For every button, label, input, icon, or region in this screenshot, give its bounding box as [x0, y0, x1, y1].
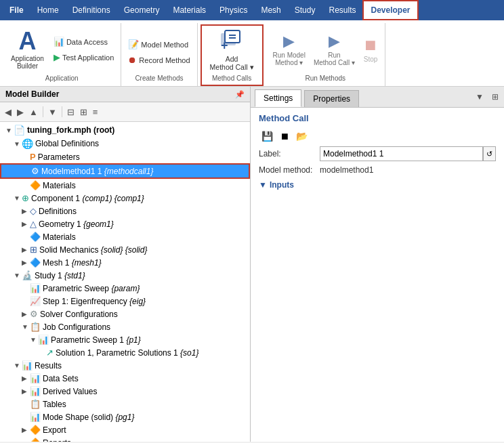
svg-text:+: +	[221, 39, 228, 52]
right-panel: Settings Properties ▼ ⊞ Method Call 💾 ⏹ …	[251, 87, 504, 442]
menu-geometry[interactable]: Geometry	[117, 0, 167, 20]
run-model-method-button[interactable]: ▶ Run ModelMethod ▾	[270, 26, 308, 72]
tables-label: Tables	[43, 400, 66, 409]
tree-item-mesh1[interactable]: ▶ 🔷 Mesh 1 {mesh1}	[0, 256, 250, 269]
record-method-button[interactable]: ⏺ Record Method	[125, 54, 192, 66]
tree-menu-button[interactable]: ▼	[46, 106, 59, 119]
settings-tab[interactable]: Settings	[255, 89, 301, 107]
study1-toggle[interactable]: ▼	[14, 272, 22, 279]
tree-item-eigenfreq[interactable]: 📈 Step 1: Eigenfrequency {eig}	[0, 295, 250, 308]
materials-global-label: Materials	[43, 181, 76, 190]
collapse-all-button[interactable]: ⊟	[65, 106, 77, 119]
app-builder-button[interactable]: A ApplicationBuilder	[7, 26, 48, 72]
data-access-icon: 📊	[54, 37, 64, 47]
data-access-button[interactable]: 📊 Data Access	[51, 35, 117, 48]
menu-definitions[interactable]: Definitions	[66, 0, 117, 20]
global-defs-label: Global Definitions	[35, 139, 99, 148]
tree-root[interactable]: ▼ 📄 tuning_fork.mph (root)	[0, 123, 250, 137]
derived-values-icon: 📊	[30, 386, 41, 396]
tree-item-param-sweep[interactable]: 📊 Parametric Sweep {param}	[0, 282, 250, 295]
tree-item-materials[interactable]: 🔷 Materials	[0, 230, 250, 243]
tree-item-component1[interactable]: ▼ ⊕ Component 1 (comp1) {comp1}	[0, 192, 250, 205]
back-button[interactable]: ◀	[3, 106, 14, 119]
tree-item-global-defs[interactable]: ▼ 🌐 Global Definitions	[0, 137, 250, 150]
menu-materials[interactable]: Materials	[166, 0, 213, 20]
method-call-toolbar: 💾 ⏹ 📂	[259, 129, 496, 144]
more-button[interactable]: ≡	[91, 106, 100, 119]
model-builder-header: Model Builder 📌	[0, 87, 250, 102]
menu-study[interactable]: Study	[288, 0, 322, 20]
tree-item-derived-values[interactable]: ▶ 📊 Derived Values	[0, 385, 250, 398]
tree-item-tables[interactable]: 📋 Tables	[0, 398, 250, 410]
global-defs-icon: 🌐	[22, 138, 33, 149]
label-input[interactable]	[320, 146, 483, 161]
global-defs-toggle[interactable]: ▼	[14, 140, 22, 148]
panel-undock-button[interactable]: ⊞	[489, 91, 501, 103]
study1-icon: 🔬	[22, 270, 33, 280]
run-model-method-icon: ▶	[283, 33, 295, 50]
menu-results[interactable]: Results	[322, 0, 362, 20]
add-method-call-label: AddMethod Call ▾	[210, 55, 254, 71]
method-call-section-title: Method Call	[259, 113, 496, 123]
add-method-call-button[interactable]: + AddMethod Call ▾	[205, 27, 259, 73]
label-reset-button[interactable]: ↺	[483, 146, 496, 161]
tree-item-reports[interactable]: 🔶 Reports	[0, 436, 250, 442]
load-icon-button[interactable]: 📂	[293, 129, 310, 144]
tree-item-job-configs[interactable]: ▼ 📋 Job Configurations	[0, 320, 250, 333]
geometry1-icon: △	[30, 219, 37, 229]
component1-toggle[interactable]: ▼	[14, 194, 22, 202]
forward-button[interactable]: ▶	[15, 106, 26, 119]
run-method-call-button[interactable]: ▶ RunMethod Call ▾	[311, 26, 358, 72]
menu-developer[interactable]: Developer	[362, 0, 418, 20]
job-configs-toggle[interactable]: ▼	[22, 323, 30, 331]
definitions-icon: ◇	[30, 206, 37, 216]
expand-button[interactable]: ⊞	[78, 106, 89, 119]
stop-button[interactable]: ⏹ Stop	[360, 26, 381, 72]
tree-item-mode-shape[interactable]: 📊 Mode Shape (solid) {pg1}	[0, 410, 250, 423]
tree-item-results[interactable]: ▼ 📊 Results	[0, 359, 250, 372]
save-icon-button[interactable]: 💾	[259, 129, 276, 144]
up-button[interactable]: ▲	[27, 106, 40, 119]
tree-item-parameters[interactable]: P Parameters	[0, 150, 250, 163]
inputs-section[interactable]: ▼ Inputs	[259, 180, 496, 190]
inputs-label: Inputs	[270, 180, 294, 190]
tree-item-study1[interactable]: ▼ 🔬 Study 1 {std1}	[0, 269, 250, 282]
properties-tab[interactable]: Properties	[304, 90, 359, 107]
menu-home[interactable]: Home	[30, 0, 66, 20]
panel-toggle-button[interactable]: ▼	[473, 91, 486, 103]
results-icon: 📊	[22, 360, 33, 371]
modelmethod1-icon: ⚙	[31, 166, 39, 176]
menu-mesh[interactable]: Mesh	[254, 0, 287, 20]
add-method-call-icon: +	[219, 29, 244, 54]
tree-item-definitions[interactable]: ▶ ◇ Definitions	[0, 205, 250, 217]
tree-item-modelmethod1[interactable]: ⚙ Modelmethod1 1 {methodcall1}	[0, 163, 250, 179]
results-toggle[interactable]: ▼	[14, 362, 22, 369]
root-toggle[interactable]: ▼	[5, 127, 14, 134]
tree-item-geometry1[interactable]: ▶ △ Geometry 1 {geom1}	[0, 217, 250, 230]
test-application-button[interactable]: ▶ Test Application	[51, 51, 117, 64]
model-method-button[interactable]: 📝 Model Method	[125, 38, 192, 51]
model-method-icon: 📝	[128, 39, 139, 49]
param-sweep1-toggle[interactable]: ▼	[30, 336, 38, 343]
file-menu-button[interactable]: File	[3, 0, 30, 20]
stop-icon: ⏹	[363, 37, 378, 54]
tree-item-materials-global[interactable]: 🔶 Materials	[0, 179, 250, 192]
app-builder-label: ApplicationBuilder	[11, 55, 44, 70]
left-panel: Model Builder 📌 ◀ ▶ ▲ ▼ ⊟ ⊞ ≡ ▼ 📄 tuning…	[0, 87, 251, 442]
tree-item-param-sweep1[interactable]: ▼ 📊 Parametric Sweep 1 {p1}	[0, 333, 250, 346]
stop-icon-button[interactable]: ⏹	[277, 129, 292, 144]
materials-label: Materials	[43, 232, 76, 242]
menu-physics[interactable]: Physics	[213, 0, 254, 20]
tree-item-export[interactable]: ▶ 🔶 Export	[0, 423, 250, 436]
tree-item-solution1[interactable]: ↗ Solution 1, Parametric Solutions 1 {so…	[0, 346, 250, 359]
tables-icon: 📋	[30, 399, 41, 409]
tree-item-solid-mechanics[interactable]: ▶ ⊞ Solid Mechanics {solid} {solid}	[0, 243, 250, 256]
solution1-label: Solution 1, Parametric Solutions 1 {so1}	[56, 348, 198, 358]
tree-item-solver-configs[interactable]: ▶ ⚙ Solver Configurations	[0, 308, 250, 320]
export-icon: 🔶	[30, 425, 41, 435]
eigenfreq-icon: 📈	[30, 296, 41, 306]
materials-icon: 🔷	[30, 232, 41, 242]
main-area: Model Builder 📌 ◀ ▶ ▲ ▼ ⊟ ⊞ ≡ ▼ 📄 tuning…	[0, 87, 504, 442]
materials-global-icon: 🔶	[30, 180, 41, 190]
tree-item-data-sets[interactable]: ▶ 📊 Data Sets	[0, 372, 250, 385]
